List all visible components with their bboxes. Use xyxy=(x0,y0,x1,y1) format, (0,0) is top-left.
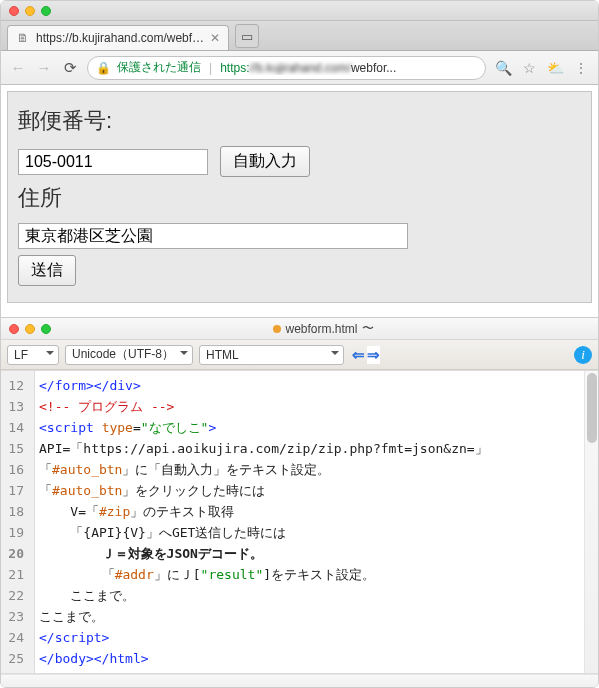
reload-icon[interactable]: ⟳ xyxy=(61,59,79,77)
scrollbar-vertical[interactable] xyxy=(584,371,598,673)
line-number-gutter: 1213141516171819202122232425 xyxy=(1,371,35,673)
outdent-icon[interactable]: ⇐ xyxy=(352,346,365,364)
scrollbar-horizontal[interactable] xyxy=(1,674,598,688)
editor-title-suffix: 〜 xyxy=(362,320,374,337)
close-window-icon[interactable] xyxy=(9,6,19,16)
editor-close-icon[interactable] xyxy=(9,324,19,334)
code-content[interactable]: </form></div><!-- プログラム --><script type=… xyxy=(35,371,598,673)
address-label: 住所 xyxy=(18,183,581,213)
star-icon[interactable]: ☆ xyxy=(520,60,538,76)
charset-select[interactable]: Unicode（UTF-8） xyxy=(65,345,193,365)
editor-toolbar: LF Unicode（UTF-8） HTML ⇐ ⇒ i xyxy=(1,340,598,370)
editor-titlebar: webform.html 〜 xyxy=(1,318,598,340)
line-ending-select[interactable]: LF xyxy=(7,345,59,365)
address-bar[interactable]: 🔒 保護された通信 | https://b.kujirahand.com/web… xyxy=(87,56,486,80)
minimize-window-icon[interactable] xyxy=(25,6,35,16)
info-icon[interactable]: i xyxy=(574,346,592,364)
indent-icon[interactable]: ⇒ xyxy=(367,346,380,364)
secure-label: 保護された通信 xyxy=(117,59,201,76)
submit-button[interactable]: 送信 xyxy=(18,255,76,286)
browser-tab-strip: 🗎 https://b.kujirahand.com/webf… ✕ ▭ xyxy=(1,21,598,51)
file-modified-icon xyxy=(273,325,281,333)
code-editor[interactable]: 1213141516171819202122232425 </form></di… xyxy=(1,370,598,674)
language-select[interactable]: HTML xyxy=(199,345,344,365)
web-page: 郵便番号: 自動入力 住所 送信 xyxy=(7,91,592,303)
editor-title: webform.html 〜 xyxy=(57,320,590,337)
cloud-icon[interactable]: ⛅ xyxy=(546,60,564,76)
editor-minimize-icon[interactable] xyxy=(25,324,35,334)
page-icon: 🗎 xyxy=(16,31,30,45)
new-tab-button[interactable]: ▭ xyxy=(235,24,259,48)
separator: | xyxy=(209,61,212,75)
back-icon[interactable]: ← xyxy=(9,59,27,76)
url-text: https://b.kujirahand.com/webfor... xyxy=(220,61,477,75)
maximize-window-icon[interactable] xyxy=(41,6,51,16)
browser-titlebar xyxy=(1,1,598,21)
editor-filename: webform.html xyxy=(285,322,357,336)
auto-fill-button[interactable]: 自動入力 xyxy=(220,146,310,177)
zip-input[interactable] xyxy=(18,149,208,175)
zip-label: 郵便番号: xyxy=(18,106,581,136)
editor-traffic-lights xyxy=(9,324,51,334)
editor-maximize-icon[interactable] xyxy=(41,324,51,334)
forward-icon[interactable]: → xyxy=(35,59,53,76)
window-traffic-lights xyxy=(9,6,51,16)
address-input[interactable] xyxy=(18,223,408,249)
scrollbar-thumb[interactable] xyxy=(587,373,597,443)
tab-title: https://b.kujirahand.com/webf… xyxy=(36,31,204,45)
lock-icon: 🔒 xyxy=(96,61,111,75)
editor-window: webform.html 〜 LF Unicode（UTF-8） HTML ⇐ … xyxy=(1,317,598,688)
browser-tab[interactable]: 🗎 https://b.kujirahand.com/webf… ✕ xyxy=(7,25,229,50)
menu-icon[interactable]: ⋮ xyxy=(572,60,590,76)
tab-close-icon[interactable]: ✕ xyxy=(210,31,220,45)
zoom-icon[interactable]: 🔍 xyxy=(494,60,512,76)
browser-toolbar: ← → ⟳ 🔒 保護された通信 | https://b.kujirahand.c… xyxy=(1,51,598,85)
